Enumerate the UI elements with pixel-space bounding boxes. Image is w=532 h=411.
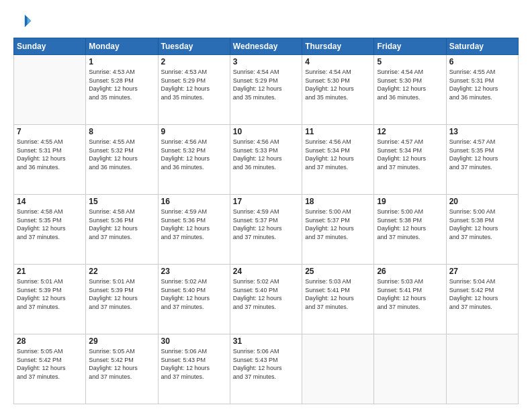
day-number: 4: [305, 57, 371, 66]
day-info: Sunrise: 5:00 AM Sunset: 5:38 PM Dayligh…: [449, 208, 515, 241]
calendar-cell: 1Sunrise: 4:53 AM Sunset: 5:28 PM Daylig…: [86, 55, 158, 125]
calendar-week-row: 7Sunrise: 4:55 AM Sunset: 5:31 PM Daylig…: [14, 125, 519, 195]
day-number: 28: [17, 336, 83, 346]
day-info: Sunrise: 4:59 AM Sunset: 5:37 PM Dayligh…: [233, 208, 299, 241]
calendar-cell: [374, 334, 446, 404]
day-number: 8: [89, 127, 154, 136]
day-info: Sunrise: 4:54 AM Sunset: 5:30 PM Dayligh…: [305, 68, 371, 101]
day-number: 14: [17, 197, 83, 206]
day-info: Sunrise: 4:56 AM Sunset: 5:33 PM Dayligh…: [233, 138, 299, 171]
calendar-cell: [302, 334, 374, 404]
calendar-cell: 29Sunrise: 5:05 AM Sunset: 5:42 PM Dayli…: [86, 334, 158, 404]
calendar-week-row: 28Sunrise: 5:05 AM Sunset: 5:42 PM Dayli…: [14, 334, 519, 404]
calendar-cell: 27Sunrise: 5:04 AM Sunset: 5:42 PM Dayli…: [446, 265, 518, 334]
day-info: Sunrise: 5:05 AM Sunset: 5:42 PM Dayligh…: [89, 347, 154, 381]
calendar-cell: 17Sunrise: 4:59 AM Sunset: 5:37 PM Dayli…: [230, 195, 302, 265]
calendar-cell: 12Sunrise: 4:57 AM Sunset: 5:34 PM Dayli…: [374, 125, 446, 195]
calendar-cell: 22Sunrise: 5:01 AM Sunset: 5:39 PM Dayli…: [86, 265, 158, 334]
day-number: 7: [17, 127, 83, 136]
weekday-header-tuesday: Tuesday: [158, 38, 230, 55]
day-number: 25: [305, 267, 371, 276]
calendar-cell: 2Sunrise: 4:53 AM Sunset: 5:29 PM Daylig…: [158, 55, 230, 125]
day-number: 6: [449, 57, 515, 66]
day-number: 18: [305, 197, 371, 206]
day-info: Sunrise: 5:04 AM Sunset: 5:42 PM Dayligh…: [449, 277, 515, 311]
day-number: 27: [449, 267, 515, 276]
day-number: 11: [305, 127, 371, 136]
page: SundayMondayTuesdayWednesdayThursdayFrid…: [0, 0, 532, 411]
day-info: Sunrise: 4:53 AM Sunset: 5:29 PM Dayligh…: [161, 68, 227, 101]
day-info: Sunrise: 5:02 AM Sunset: 5:40 PM Dayligh…: [161, 277, 227, 311]
day-number: 1: [89, 57, 154, 66]
calendar-cell: 7Sunrise: 4:55 AM Sunset: 5:31 PM Daylig…: [14, 125, 86, 195]
calendar-cell: 6Sunrise: 4:55 AM Sunset: 5:31 PM Daylig…: [446, 55, 518, 125]
calendar-cell: 14Sunrise: 4:58 AM Sunset: 5:35 PM Dayli…: [14, 195, 86, 265]
day-info: Sunrise: 5:01 AM Sunset: 5:39 PM Dayligh…: [89, 277, 154, 311]
day-info: Sunrise: 5:02 AM Sunset: 5:40 PM Dayligh…: [233, 277, 299, 311]
calendar-cell: 18Sunrise: 5:00 AM Sunset: 5:37 PM Dayli…: [302, 195, 374, 265]
day-number: 15: [89, 197, 154, 206]
calendar-cell: [14, 55, 86, 125]
day-info: Sunrise: 4:56 AM Sunset: 5:32 PM Dayligh…: [161, 138, 227, 171]
calendar-week-row: 14Sunrise: 4:58 AM Sunset: 5:35 PM Dayli…: [14, 195, 519, 265]
day-number: 2: [161, 57, 227, 66]
calendar-week-row: 21Sunrise: 5:01 AM Sunset: 5:39 PM Dayli…: [14, 265, 519, 334]
day-info: Sunrise: 5:03 AM Sunset: 5:41 PM Dayligh…: [377, 277, 443, 311]
calendar-cell: 19Sunrise: 5:00 AM Sunset: 5:38 PM Dayli…: [374, 195, 446, 265]
calendar-cell: 3Sunrise: 4:54 AM Sunset: 5:29 PM Daylig…: [230, 55, 302, 125]
day-info: Sunrise: 4:54 AM Sunset: 5:29 PM Dayligh…: [233, 68, 299, 101]
day-number: 10: [233, 127, 299, 136]
day-info: Sunrise: 4:57 AM Sunset: 5:35 PM Dayligh…: [449, 138, 515, 171]
calendar-cell: 31Sunrise: 5:06 AM Sunset: 5:43 PM Dayli…: [230, 334, 302, 404]
weekday-header-monday: Monday: [86, 38, 158, 55]
calendar-cell: 11Sunrise: 4:56 AM Sunset: 5:34 PM Dayli…: [302, 125, 374, 195]
day-number: 24: [233, 267, 299, 276]
day-info: Sunrise: 4:53 AM Sunset: 5:28 PM Dayligh…: [89, 68, 154, 101]
calendar-cell: 9Sunrise: 4:56 AM Sunset: 5:32 PM Daylig…: [158, 125, 230, 195]
day-number: 20: [449, 197, 515, 206]
day-info: Sunrise: 4:58 AM Sunset: 5:35 PM Dayligh…: [17, 208, 83, 241]
calendar-cell: 13Sunrise: 4:57 AM Sunset: 5:35 PM Dayli…: [446, 125, 518, 195]
day-number: 9: [161, 127, 227, 136]
day-number: 23: [161, 267, 227, 276]
day-info: Sunrise: 4:55 AM Sunset: 5:32 PM Dayligh…: [89, 138, 154, 171]
day-number: 17: [233, 197, 299, 206]
calendar-cell: [446, 334, 518, 404]
logo: [13, 12, 35, 31]
weekday-header-friday: Friday: [374, 38, 446, 55]
day-info: Sunrise: 4:59 AM Sunset: 5:36 PM Dayligh…: [161, 208, 227, 241]
calendar-cell: 10Sunrise: 4:56 AM Sunset: 5:33 PM Dayli…: [230, 125, 302, 195]
day-number: 19: [377, 197, 443, 206]
calendar-cell: 16Sunrise: 4:59 AM Sunset: 5:36 PM Dayli…: [158, 195, 230, 265]
day-info: Sunrise: 4:54 AM Sunset: 5:30 PM Dayligh…: [377, 68, 443, 101]
day-info: Sunrise: 5:06 AM Sunset: 5:43 PM Dayligh…: [161, 347, 227, 381]
calendar-cell: 28Sunrise: 5:05 AM Sunset: 5:42 PM Dayli…: [14, 334, 86, 404]
day-number: 3: [233, 57, 299, 66]
calendar-cell: 15Sunrise: 4:58 AM Sunset: 5:36 PM Dayli…: [86, 195, 158, 265]
weekday-header-thursday: Thursday: [302, 38, 374, 55]
calendar-table: SundayMondayTuesdayWednesdayThursdayFrid…: [13, 38, 519, 404]
calendar-cell: 23Sunrise: 5:02 AM Sunset: 5:40 PM Dayli…: [158, 265, 230, 334]
day-number: 12: [377, 127, 443, 136]
day-number: 30: [161, 336, 227, 346]
calendar-cell: 26Sunrise: 5:03 AM Sunset: 5:41 PM Dayli…: [374, 265, 446, 334]
day-info: Sunrise: 5:05 AM Sunset: 5:42 PM Dayligh…: [17, 347, 83, 381]
day-info: Sunrise: 4:57 AM Sunset: 5:34 PM Dayligh…: [377, 138, 443, 171]
day-number: 31: [233, 336, 299, 346]
weekday-header-wednesday: Wednesday: [230, 38, 302, 55]
calendar-cell: 30Sunrise: 5:06 AM Sunset: 5:43 PM Dayli…: [158, 334, 230, 404]
day-info: Sunrise: 5:00 AM Sunset: 5:38 PM Dayligh…: [377, 208, 443, 241]
calendar-cell: 20Sunrise: 5:00 AM Sunset: 5:38 PM Dayli…: [446, 195, 518, 265]
day-number: 26: [377, 267, 443, 276]
calendar-cell: 21Sunrise: 5:01 AM Sunset: 5:39 PM Dayli…: [14, 265, 86, 334]
calendar-cell: 24Sunrise: 5:02 AM Sunset: 5:40 PM Dayli…: [230, 265, 302, 334]
day-number: 5: [377, 57, 443, 66]
day-info: Sunrise: 5:00 AM Sunset: 5:37 PM Dayligh…: [305, 208, 371, 241]
day-info: Sunrise: 4:56 AM Sunset: 5:34 PM Dayligh…: [305, 138, 371, 171]
calendar-week-row: 1Sunrise: 4:53 AM Sunset: 5:28 PM Daylig…: [14, 55, 519, 125]
day-number: 22: [89, 267, 154, 276]
day-info: Sunrise: 5:01 AM Sunset: 5:39 PM Dayligh…: [17, 277, 83, 311]
day-number: 13: [449, 127, 515, 136]
weekday-header-row: SundayMondayTuesdayWednesdayThursdayFrid…: [14, 38, 519, 55]
calendar-cell: 8Sunrise: 4:55 AM Sunset: 5:32 PM Daylig…: [86, 125, 158, 195]
